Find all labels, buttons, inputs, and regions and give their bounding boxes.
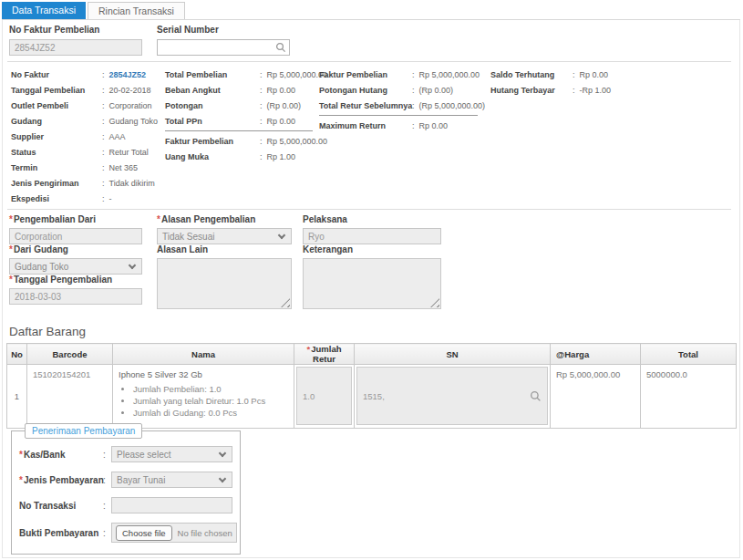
table-header-row: No Barcode Nama *Jumlah Retur SN @Harga … — [7, 344, 737, 365]
info-label: Tanggal Pembelian — [11, 86, 102, 95]
divider — [7, 61, 731, 62]
tanggal-pengembalian-label: *Tanggal Pengembalian — [9, 275, 142, 285]
info-value: (Rp 0.00) — [419, 86, 454, 95]
no-faktur-pembelian-label: No Faktur Pembelian — [9, 25, 142, 35]
tab-data-transaksi[interactable]: Data Transaksi — [2, 2, 86, 19]
info-label: Potongan — [165, 101, 260, 110]
sn-cell: 1515, — [355, 365, 551, 429]
info-label: Hutang Terbayar — [490, 86, 573, 95]
colon: : — [573, 70, 575, 79]
jumlah-retur-input[interactable]: 1.0 — [296, 367, 352, 425]
colon: : — [102, 179, 105, 188]
item-details-list: Jumlah Pembelian: 1.0 Jumlah yang telah … — [133, 384, 288, 418]
colon: : — [260, 70, 263, 79]
colon: : — [102, 194, 105, 203]
info-row: Total PPn:Rp 0.00 — [165, 113, 327, 129]
info-label: Potongan Hutang — [319, 86, 412, 95]
chevron-down-icon — [278, 232, 285, 239]
alasan-pengembalian-label: *Alasan Pengembalian — [157, 214, 292, 224]
info-label: Total PPn — [165, 117, 260, 126]
info-row: Total Pembelian:Rp 5,000,000.00 — [165, 67, 327, 82]
info-row: Gudang:Gudang Toko — [11, 113, 158, 129]
pelaksana-label: Pelaksana — [303, 214, 441, 224]
serial-number-input[interactable] — [157, 39, 290, 56]
barcode-cell: 151020154201 — [27, 365, 113, 429]
info-row: Hutang Terbayar:-Rp 1.00 — [490, 82, 611, 98]
alasan-lain-label: Alasan Lain — [157, 244, 292, 254]
pengembalian-dari-label: *Pengembalian Dari — [9, 214, 142, 224]
penerimaan-pembayaran-fieldset: Penerimaan Pembayaran *Kas/Bank : Please… — [11, 430, 241, 555]
row-number-cell: 1 — [7, 365, 27, 429]
jenis-pembayaran-row: *Jenis Pembayaran : Bayar Tunai — [19, 472, 232, 488]
tab-rincian-transaksi[interactable]: Rincian Transaksi — [88, 2, 185, 19]
info-value: Tidak dikirim — [109, 179, 155, 188]
info-value: Net 365 — [109, 163, 139, 172]
info-label: Faktur Pembelian — [319, 70, 412, 79]
dari-gudang-select[interactable]: Gudang Toko — [9, 258, 142, 275]
column-header-sn: SN — [355, 344, 551, 365]
subtotal-line — [319, 115, 478, 116]
keterangan-textarea[interactable] — [303, 258, 441, 309]
alasan-lain-textarea[interactable] — [157, 258, 292, 309]
resize-grip-icon[interactable] — [430, 298, 439, 307]
jenis-pembayaran-select[interactable]: Bayar Tunai — [111, 472, 232, 488]
info-row: Tanggal Pembelian:20-02-2018 — [11, 82, 158, 98]
colon: : — [573, 86, 575, 95]
column-header-no: No — [7, 344, 27, 365]
bukti-pembayaran-file-input[interactable]: Choose file No file chosen — [111, 523, 237, 543]
colon: : — [412, 101, 415, 110]
info-column-3: Faktur Pembelian:Rp 5,000,000.00 Potonga… — [319, 67, 485, 133]
info-row: Uang Muka:Rp 1.00 — [165, 149, 327, 164]
chevron-down-icon — [129, 262, 136, 269]
info-value: - — [109, 194, 112, 203]
tanggal-pengembalian-input[interactable] — [9, 288, 142, 305]
form-column-1: *Pengembalian Dari *Dari Gudang Gudang T… — [9, 214, 142, 305]
colon: : — [412, 86, 415, 95]
table-row: 1 151020154201 Iphone 5 Silver 32 Gb Jum… — [7, 365, 737, 429]
sn-input[interactable]: 1515, — [356, 367, 548, 425]
penerimaan-pembayaran-legend: Penerimaan Pembayaran — [25, 423, 142, 439]
kas-bank-select[interactable]: Please select — [111, 446, 232, 462]
colon: : — [102, 117, 105, 126]
colon: : — [102, 148, 105, 157]
colon: : — [102, 101, 105, 110]
nama-cell: Iphone 5 Silver 32 Gb Jumlah Pembelian: … — [113, 365, 294, 429]
info-value: Rp 5,000,000.00 — [267, 137, 328, 146]
tab-bar: Data Transaksi Rincian Transaksi — [2, 2, 185, 19]
info-label: Total Pembelian — [165, 70, 260, 79]
info-label: Faktur Pembelian — [165, 137, 260, 146]
daftar-barang-table: No Barcode Nama *Jumlah Retur SN @Harga … — [6, 343, 737, 429]
required-marker: * — [9, 214, 13, 224]
search-icon[interactable] — [275, 42, 286, 53]
colon: : — [412, 70, 415, 79]
pelaksana-input[interactable] — [303, 228, 441, 244]
file-status-text: No file chosen — [178, 528, 232, 538]
search-icon[interactable] — [530, 390, 542, 402]
info-column-1: No Faktur:2854JZ52 Tanggal Pembelian:20-… — [11, 67, 158, 206]
info-label: Maximum Return — [319, 121, 412, 130]
info-row: Potongan:(Rp 0.00) — [165, 98, 327, 113]
daftar-barang-title: Daftar Barang — [9, 325, 86, 338]
info-label: Gudang — [11, 117, 102, 126]
no-faktur-pembelian-input[interactable] — [9, 39, 142, 56]
pengembalian-dari-input[interactable] — [9, 228, 142, 244]
info-label: Jenis Pengiriman — [11, 179, 102, 188]
serial-number-field: Serial Number — [157, 25, 290, 56]
alasan-pengembalian-select[interactable]: Tidak Sesuai — [157, 228, 292, 244]
colon: : — [260, 152, 263, 161]
info-label: Termin — [11, 163, 102, 172]
info-row: Beban Angkut:Rp 0.00 — [165, 82, 327, 98]
serial-number-label: Serial Number — [157, 25, 290, 35]
harga-cell: Rp 5,000,000.00 — [551, 365, 641, 429]
info-value: Retur Total — [109, 148, 149, 157]
info-value: -Rp 1.00 — [580, 86, 612, 95]
required-marker: * — [9, 275, 13, 285]
info-label: Beban Angkut — [165, 86, 260, 95]
no-faktur-link[interactable]: 2854JZ52 — [109, 70, 147, 79]
info-row: Saldo Terhutang:Rp 0.00 — [490, 67, 611, 82]
no-transaksi-input[interactable] — [111, 497, 232, 513]
choose-file-button[interactable]: Choose file — [116, 525, 172, 541]
colon: : — [103, 450, 111, 460]
resize-grip-icon[interactable] — [281, 298, 290, 307]
dari-gudang-label: *Dari Gudang — [9, 244, 142, 254]
